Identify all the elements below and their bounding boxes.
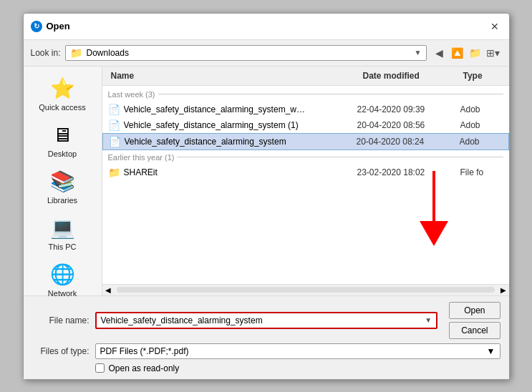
file-name-input[interactable]: Vehicle_safety_distance_alarming_system … bbox=[95, 312, 438, 329]
network-icon: 🌐 bbox=[50, 263, 75, 286]
file-name-cell: Vehicle_safety_distance_alarming_system bbox=[125, 137, 354, 147]
dialog-title: Open bbox=[47, 21, 70, 31]
look-in-dropdown[interactable]: 📁 Downloads ▼ bbox=[65, 45, 427, 61]
action-buttons: Open Cancel bbox=[449, 302, 500, 339]
readonly-checkbox[interactable] bbox=[95, 363, 105, 373]
toolbar: Look in: 📁 Downloads ▼ ◀ 🔼 📁 ⊞▾ bbox=[24, 40, 509, 67]
quick-access-icon: ⭐ bbox=[50, 77, 75, 100]
file-name-cell: Vehicle_safety_distance_alarming_system_… bbox=[124, 104, 354, 114]
file-type-label: Files of type: bbox=[32, 346, 90, 356]
sidebar-item-this-pc[interactable]: 💻 This PC bbox=[30, 212, 95, 255]
sidebar-item-libraries[interactable]: 📚 Libraries bbox=[30, 165, 95, 209]
sidebar-item-desktop[interactable]: 🖥 Desktop bbox=[30, 119, 95, 162]
file-type-select[interactable]: PDF Files (*.PDF;*.pdf) ▼ bbox=[95, 343, 500, 359]
new-folder-button[interactable]: 📁 bbox=[467, 44, 484, 62]
file-header: Name Date modified Type bbox=[102, 67, 509, 86]
sidebar-label-quick-access: Quick access bbox=[39, 103, 85, 112]
pdf-icon: 📄 bbox=[108, 119, 121, 131]
nav-buttons: ◀ 🔼 📁 ⊞▾ bbox=[431, 44, 502, 62]
cancel-button[interactable]: Cancel bbox=[449, 322, 500, 339]
open-button[interactable]: Open bbox=[449, 302, 500, 319]
col-header-type: Type bbox=[460, 69, 503, 82]
file-list: Last week (3) 📄 Vehicle_safety_distance_… bbox=[102, 86, 509, 284]
file-type-cell: Adob bbox=[460, 120, 503, 130]
open-dialog: ↻ Open ✕ Look in: 📁 Downloads ▼ ◀ 🔼 📁 ⊞▾… bbox=[23, 13, 510, 380]
col-header-date: Date modified bbox=[360, 69, 460, 82]
folder-icon: 📁 bbox=[70, 47, 82, 59]
table-row[interactable]: 📁 SHAREit 23-02-2020 18:02 File fo bbox=[102, 165, 509, 180]
title-bar-left: ↻ Open bbox=[31, 21, 70, 32]
sidebar-label-libraries: Libraries bbox=[47, 196, 77, 205]
file-type-cell: Adob bbox=[460, 137, 503, 147]
sidebar-item-quick-access[interactable]: ⭐ Quick access bbox=[30, 72, 95, 116]
title-bar: ↻ Open ✕ bbox=[24, 14, 509, 40]
file-type-cell: File fo bbox=[460, 167, 503, 177]
close-button[interactable]: ✕ bbox=[488, 19, 502, 34]
file-date-cell: 23-02-2020 18:02 bbox=[357, 167, 458, 177]
table-row[interactable]: 📄 Vehicle_safety_distance_alarming_syste… bbox=[102, 102, 509, 117]
file-date-cell: 22-04-2020 09:39 bbox=[357, 104, 458, 114]
horizontal-scrollbar[interactable]: ◀ ▶ bbox=[102, 284, 509, 295]
file-type-row: Files of type: PDF Files (*.PDF;*.pdf) ▼ bbox=[32, 343, 500, 359]
file-type-dropdown-icon: ▼ bbox=[487, 346, 495, 356]
file-name-label: File name: bbox=[32, 315, 90, 325]
current-folder-text: Downloads bbox=[87, 48, 410, 58]
file-name-input-text: Vehicle_safety_distance_alarming_system bbox=[101, 315, 425, 325]
readonly-label: Open as read-only bbox=[109, 363, 180, 373]
file-name-cell: SHAREit bbox=[124, 167, 354, 177]
sidebar: ⭐ Quick access 🖥 Desktop 📚 Libraries 💻 T… bbox=[24, 67, 102, 295]
sidebar-label-this-pc: This PC bbox=[48, 242, 76, 251]
look-in-label: Look in: bbox=[31, 48, 61, 58]
section-last-week: Last week (3) bbox=[102, 87, 509, 102]
readonly-row: Open as read-only bbox=[95, 363, 500, 373]
sidebar-item-network[interactable]: 🌐 Network bbox=[30, 258, 95, 302]
sidebar-label-desktop: Desktop bbox=[48, 150, 77, 158]
file-name-row: File name: Vehicle_safety_distance_alarm… bbox=[32, 302, 500, 339]
scrollbar-track bbox=[117, 287, 495, 293]
file-name-dropdown-icon: ▼ bbox=[425, 316, 432, 324]
file-date-cell: 20-04-2020 08:24 bbox=[357, 137, 457, 147]
file-area: Name Date modified Type Last week (3) 📄 … bbox=[102, 67, 509, 295]
pdf-icon: 📄 bbox=[109, 136, 122, 147]
sidebar-label-network: Network bbox=[48, 289, 77, 298]
desktop-icon: 🖥 bbox=[52, 123, 72, 147]
up-button[interactable]: 🔼 bbox=[449, 44, 466, 62]
section-earlier-this-year: Earlier this year (1) bbox=[102, 150, 509, 165]
bottom-area: File name: Vehicle_safety_distance_alarm… bbox=[24, 295, 509, 379]
table-row[interactable]: 📄 Vehicle_safety_distance_alarming_syste… bbox=[102, 133, 509, 150]
file-type-value: PDF Files (*.PDF;*.pdf) bbox=[100, 346, 189, 356]
back-button[interactable]: ◀ bbox=[431, 44, 448, 62]
file-date-cell: 20-04-2020 08:56 bbox=[357, 120, 458, 130]
scroll-right-icon[interactable]: ▶ bbox=[498, 286, 509, 294]
folder-icon: 📁 bbox=[108, 167, 121, 178]
this-pc-icon: 💻 bbox=[50, 216, 75, 240]
main-content: ⭐ Quick access 🖥 Desktop 📚 Libraries 💻 T… bbox=[24, 67, 509, 295]
table-row[interactable]: 📄 Vehicle_safety_distance_alarming_syste… bbox=[102, 117, 509, 133]
dialog-icon: ↻ bbox=[31, 21, 42, 32]
libraries-icon: 📚 bbox=[50, 170, 75, 193]
dropdown-arrow-icon: ▼ bbox=[415, 49, 422, 57]
file-name-cell: Vehicle_safety_distance_alarming_system … bbox=[124, 120, 354, 130]
scroll-left-icon[interactable]: ◀ bbox=[102, 286, 114, 294]
pdf-icon: 📄 bbox=[108, 104, 121, 115]
file-type-cell: Adob bbox=[460, 104, 503, 114]
views-button[interactable]: ⊞▾ bbox=[485, 44, 502, 62]
col-header-name: Name bbox=[108, 69, 360, 82]
